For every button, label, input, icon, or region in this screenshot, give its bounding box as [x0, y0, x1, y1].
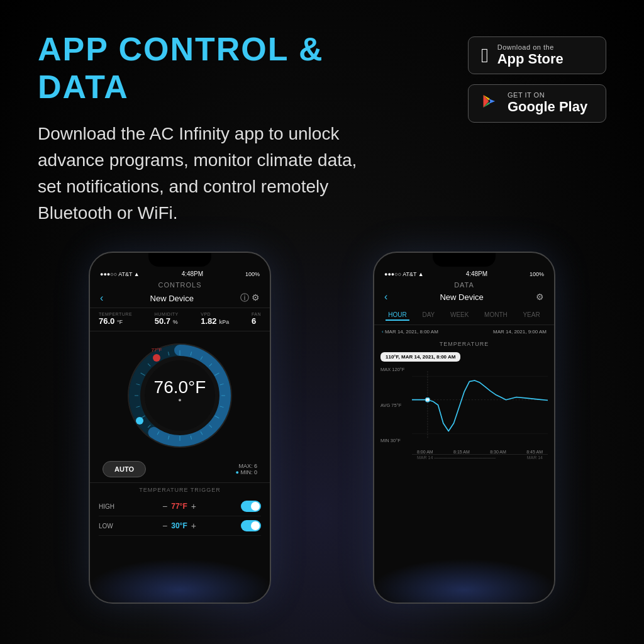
- x-label-1: 8:00 AM: [417, 450, 433, 454]
- google-play-subtitle: GET IT ON: [508, 91, 587, 99]
- trigger-high-label: HIGH: [99, 503, 118, 510]
- tab-month[interactable]: MONTH: [482, 310, 510, 321]
- chart-svg: [412, 364, 548, 446]
- svg-text:●: ●: [178, 397, 181, 403]
- chart-wrapper: MAX 120°F AVG 75°F MIN 30°F: [380, 364, 548, 448]
- sensor-row: TEMPERTURE 76.0 °F HUMIDITY 50.7 %: [90, 308, 270, 331]
- temp-label: TEMPERTURE: [99, 312, 132, 316]
- data-device-name: New Device: [440, 292, 483, 302]
- phone-screen-left: ●●●○○ AT&T ▲ 4:48PM 100% CONTROLS ‹ New …: [90, 253, 270, 602]
- chart-max-label: MAX 120°F: [380, 367, 404, 372]
- vpd-label: VPD: [201, 312, 229, 316]
- phones-section: ●●●○○ AT&T ▲ 4:48PM 100% CONTROLS ‹ New …: [38, 252, 606, 604]
- data-nav: ‹ New Device ⚙: [374, 291, 554, 306]
- store-buttons:  Download on the App Store: [468, 30, 606, 123]
- date-label-start: MAR 14 ——————————————: [417, 455, 496, 460]
- tab-week[interactable]: WEEK: [448, 310, 471, 321]
- x-label-4: 8:45 AM: [526, 450, 543, 454]
- svg-point-31: [136, 417, 143, 425]
- description-text: Download the AC Infinity app to unlock a…: [38, 121, 377, 226]
- time-tabs: HOUR DAY WEEK MONTH YEAR: [374, 306, 554, 325]
- controls-bottom-row: AUTO MAX: 6 ● MIN: 0: [90, 457, 270, 482]
- dial-container: 77°F 76.0°F ●: [90, 331, 270, 457]
- phone-controls: ●●●○○ AT&T ▲ 4:48PM 100% CONTROLS ‹ New …: [89, 252, 271, 604]
- page-wrapper: APP CONTROL & DATA Download the AC Infin…: [0, 0, 644, 644]
- top-section: APP CONTROL & DATA Download the AC Infin…: [38, 30, 606, 226]
- humidity-unit: %: [173, 319, 178, 325]
- sensor-temperature: TEMPERTURE 76.0 °F: [99, 312, 132, 326]
- trigger-high-minus[interactable]: −: [162, 501, 167, 511]
- fan-value: 6: [252, 316, 261, 326]
- chart-min-label: MIN 30°F: [380, 438, 404, 443]
- data-screen-title: DATA: [374, 281, 554, 289]
- trigger-high-control: − 77°F +: [162, 501, 196, 511]
- data-header: DATA: [374, 280, 554, 291]
- humidity-label: HUMIDITY: [155, 312, 179, 316]
- toggle-high[interactable]: [241, 501, 261, 512]
- apple-icon: : [481, 44, 489, 67]
- controls-nav: ‹ New Device ⓘ ⚙: [90, 292, 270, 308]
- svg-text:76.0°F: 76.0°F: [154, 377, 206, 397]
- trigger-low-row: LOW − 30°F +: [99, 516, 261, 536]
- chart-area: TEMPERATURE 110°F, MAR 14, 2021, 8:00 AM…: [374, 338, 554, 602]
- x-label-2: 8:15 AM: [453, 450, 470, 454]
- trigger-low-value: 30°F: [171, 521, 187, 530]
- tab-hour[interactable]: HOUR: [386, 310, 409, 321]
- svg-point-29: [153, 354, 160, 362]
- chart-avg-label: AVG 75°F: [380, 402, 404, 408]
- controls-header: CONTROLS: [90, 280, 270, 292]
- chart-tooltip: 110°F, MAR 14, 2021, 8:00 AM: [380, 352, 460, 362]
- humidity-value: 50.7 %: [155, 316, 179, 326]
- trigger-low-control: − 30°F +: [162, 521, 196, 531]
- carrier-left: ●●●○○ AT&T ▲: [100, 271, 140, 277]
- app-store-button[interactable]:  Download on the App Store: [468, 36, 606, 74]
- date-label-end: MAR 14: [527, 455, 543, 460]
- min-label: ● MIN: 0: [236, 469, 257, 475]
- x-label-3: 8:30 AM: [490, 450, 506, 454]
- date-range-end: MAR 14, 2021, 9:00 AM: [493, 329, 547, 335]
- date-labels: MAR 14 —————————————— MAR 14: [412, 454, 548, 460]
- chart-title: TEMPERATURE: [380, 341, 548, 347]
- back-arrow-right[interactable]: ‹: [384, 291, 387, 303]
- vpd-unit: kPa: [219, 319, 229, 325]
- controls-title: CONTROLS: [90, 281, 270, 289]
- battery-left: 100%: [245, 271, 260, 277]
- sensor-vpd: VPD 1.82 kPa: [201, 312, 229, 326]
- app-store-text: Download on the App Store: [497, 43, 564, 67]
- date-range-start: ‹ MAR 14, 2021, 8:00 AM: [382, 329, 438, 335]
- auto-button[interactable]: AUTO: [103, 461, 146, 477]
- toggle-low[interactable]: [241, 520, 261, 531]
- google-play-name: Google Play: [508, 99, 587, 115]
- trigger-low-minus[interactable]: −: [162, 521, 167, 531]
- temperature-dial[interactable]: 77°F 76.0°F ●: [123, 339, 236, 452]
- vpd-value: 1.82 kPa: [201, 316, 229, 326]
- time-right: 4:48PM: [466, 270, 487, 277]
- trigger-high-value: 77°F: [171, 502, 187, 511]
- google-play-icon: [481, 92, 499, 115]
- google-play-button[interactable]: GET IT ON Google Play: [468, 84, 606, 122]
- phone-screen-right: ●●●○○ AT&T ▲ 4:48PM 100% DATA ‹ New Devi…: [374, 253, 554, 602]
- page-title: APP CONTROL & DATA: [38, 30, 377, 106]
- app-store-subtitle: Download on the: [497, 43, 564, 51]
- device-name-left: New Device: [150, 294, 194, 303]
- trigger-section: TEMPERATURE TRIGGER HIGH − 77°F + LOW: [90, 482, 270, 536]
- trigger-title: TEMPERATURE TRIGGER: [99, 487, 261, 493]
- nav-icons-left: ⓘ ⚙: [240, 292, 260, 304]
- fan-label: FAN: [252, 312, 261, 316]
- carrier-right: ●●●○○ AT&T ▲: [384, 271, 424, 277]
- temp-value: 76.0 °F: [99, 316, 132, 326]
- google-play-text: GET IT ON Google Play: [508, 91, 587, 115]
- trigger-high-row: HIGH − 77°F +: [99, 497, 261, 516]
- phone-notch-left: [148, 253, 211, 267]
- svg-text:77°F: 77°F: [152, 347, 162, 353]
- sensor-fan: FAN 6: [252, 312, 261, 326]
- date-range: ‹ MAR 14, 2021, 8:00 AM MAR 14, 2021, 9:…: [374, 325, 554, 338]
- time-left: 4:48PM: [182, 270, 203, 277]
- tab-day[interactable]: DAY: [419, 310, 437, 321]
- back-arrow-left[interactable]: ‹: [100, 292, 103, 304]
- trigger-high-plus[interactable]: +: [191, 501, 196, 511]
- settings-icon-right[interactable]: ⚙: [536, 292, 544, 302]
- tab-year[interactable]: YEAR: [520, 310, 542, 321]
- sensor-humidity: HUMIDITY 50.7 %: [155, 312, 179, 326]
- trigger-low-plus[interactable]: +: [191, 521, 196, 531]
